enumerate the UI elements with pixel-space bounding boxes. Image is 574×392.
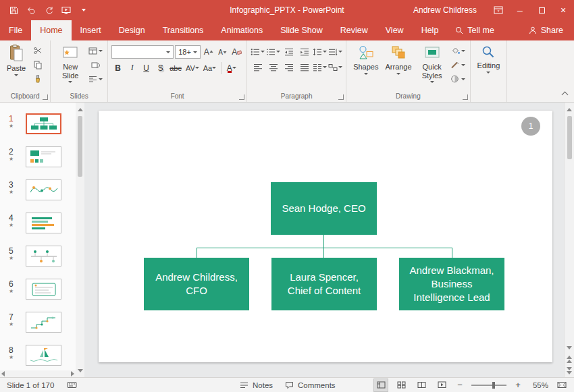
account-user-name[interactable]: Andrew Childress [413,5,477,15]
zoom-slider[interactable] [471,385,506,386]
canvas-scroll-up-button[interactable] [565,105,574,114]
grow-font-button[interactable]: A [202,46,215,59]
tab-transitions[interactable]: Transitions [154,20,213,40]
align-right-button[interactable] [282,61,296,74]
arrange-button[interactable]: Arrange [382,43,415,92]
section-button[interactable] [87,73,103,85]
thumbnail-scroll-up-button[interactable] [76,105,84,114]
slide-thumbnail-1[interactable]: 1 ★ [0,113,76,146]
canvas-scroll-down-button[interactable] [565,343,574,352]
cut-button[interactable] [30,45,46,57]
thumbnail-scrollbar[interactable] [76,103,84,377]
org-chart-box-bi-lead[interactable]: Andrew Blackman, Business Intelligence L… [399,258,504,310]
minimize-button[interactable]: – [509,0,531,20]
reset-slide-button[interactable] [87,59,103,71]
shape-outline-button[interactable] [450,59,466,71]
redo-button[interactable] [41,2,57,18]
undo-button[interactable] [23,2,39,18]
collapse-ribbon-button[interactable] [559,90,570,99]
shape-fill-button[interactable] [450,45,466,57]
slide-editing-surface[interactable]: 1 Sean Hodge, CEO Andrew Childress, CFO … [99,111,552,362]
zoom-out-button[interactable]: − [455,380,465,391]
slide-thumbnail-6[interactable]: 6 ★ [0,279,76,312]
notes-toggle-button[interactable]: Notes [240,378,273,392]
canvas-scrollbar-thumb[interactable] [567,116,572,159]
editing-button[interactable]: Editing [474,43,504,102]
fit-slide-to-window-button[interactable] [555,379,569,391]
tab-help[interactable]: Help [413,20,448,40]
thumbnail-horizontal-scrollbar[interactable] [0,370,76,377]
slide-thumbnail-7[interactable]: 7 ★ [0,312,76,345]
thumbnail-scroll-down-button[interactable] [76,366,84,375]
text-direction-button[interactable] [328,45,342,58]
font-color-button[interactable]: A [225,61,238,74]
bullets-button[interactable] [251,45,265,58]
maximize-button[interactable] [531,0,552,20]
change-case-button[interactable]: Aa [202,61,217,74]
character-spacing-button[interactable]: AV [184,61,201,74]
align-left-button[interactable] [251,61,265,74]
canvas-scrollbar[interactable] [564,103,574,377]
previous-slide-button[interactable] [565,354,574,364]
tell-me-box[interactable]: Tell me [447,20,502,40]
share-button[interactable]: Share [518,20,574,40]
save-button[interactable] [5,2,22,18]
drawing-dialog-launcher[interactable] [463,94,468,100]
thumbnail-scrollbar-thumb[interactable] [78,116,82,177]
bold-button[interactable]: B [111,61,124,74]
tab-design[interactable]: Design [110,20,154,40]
tab-review[interactable]: Review [332,20,377,40]
reading-view-button[interactable] [415,379,428,391]
zoom-slider-thumb[interactable] [492,382,495,389]
start-from-beginning-button[interactable] [58,2,74,18]
copy-button[interactable] [30,59,46,71]
align-center-button[interactable] [266,61,280,74]
font-size-combobox[interactable]: 18+ [175,45,201,59]
line-spacing-button[interactable] [313,45,327,58]
slide-show-view-button[interactable] [435,379,448,391]
zoom-in-button[interactable]: + [513,380,523,391]
increase-indent-button[interactable] [297,45,311,58]
convert-to-smartart-button[interactable] [328,61,342,74]
spell-check-button[interactable] [65,379,78,391]
normal-view-button[interactable] [374,379,388,391]
paragraph-dialog-launcher[interactable] [338,94,344,100]
clear-formatting-button[interactable]: A [230,46,243,59]
shapes-button[interactable]: Shapes [350,43,382,92]
slide-sorter-view-button[interactable] [394,379,408,391]
slide-thumbnail-2[interactable]: 2 ★ [0,146,76,179]
font-dialog-launcher[interactable] [239,94,244,100]
org-chart-box-cfo[interactable]: Andrew Childress, CFO [144,258,249,310]
justify-button[interactable] [297,61,311,74]
decrease-indent-button[interactable] [282,45,296,58]
tab-slide-show[interactable]: Slide Show [271,20,332,40]
quick-styles-button[interactable]: Quick Styles [415,43,449,92]
org-chart-box-ceo[interactable]: Sean Hodge, CEO [271,182,377,235]
tab-home[interactable]: Home [31,20,71,40]
paste-button[interactable]: Paste [3,43,29,92]
close-button[interactable]: × [552,0,574,20]
slide-thumbnail-3[interactable]: 3 ★ [0,179,76,213]
numbering-button[interactable] [266,45,280,58]
tab-view[interactable]: View [377,20,413,40]
next-slide-button[interactable] [565,366,574,375]
underline-button[interactable]: U [140,61,153,74]
strikethrough-button[interactable]: abc [168,61,183,74]
customize-quick-access-button[interactable] [76,2,92,18]
org-chart-box-chief-of-content[interactable]: Laura Spencer, Chief of Content [271,258,377,310]
tab-animations[interactable]: Animations [212,20,271,40]
italic-button[interactable]: I [126,61,138,74]
columns-button[interactable] [313,61,327,74]
new-slide-button[interactable]: New Slide [54,43,86,92]
format-painter-button[interactable] [30,73,46,85]
font-name-combobox[interactable] [111,45,174,59]
zoom-level[interactable]: 55% [529,381,548,389]
clipboard-dialog-launcher[interactable] [43,94,48,100]
slide-layout-button[interactable] [87,45,103,57]
slide-thumbnail-4[interactable]: 4 ★ [0,213,76,246]
ribbon-display-options-button[interactable] [488,0,509,20]
shape-effects-button[interactable] [450,73,466,85]
text-shadow-button[interactable]: S [154,61,167,74]
shrink-font-button[interactable]: A [216,46,229,59]
tab-file[interactable]: File [0,20,31,40]
